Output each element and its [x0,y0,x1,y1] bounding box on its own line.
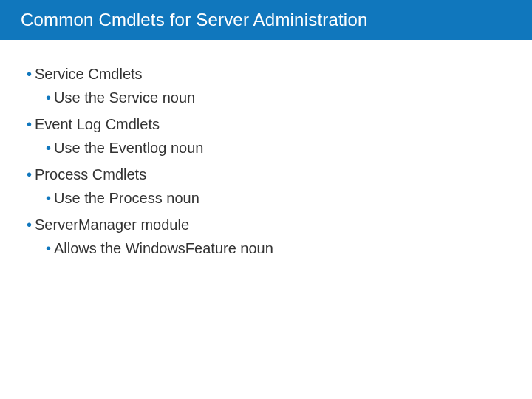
list-item-label: Process Cmdlets [35,164,146,185]
list-item-label: Service Cmdlets [35,64,143,84]
list-item: • ServerManager module [27,214,505,235]
bullet-icon: • [27,214,32,235]
list-item: • Service Cmdlets [27,64,505,84]
bullet-icon: • [46,238,51,259]
list-subitem: • Use the Process noun [46,188,505,208]
bullet-icon: • [27,64,32,84]
list-item-label: Event Log Cmdlets [35,114,160,134]
list-item: • Process Cmdlets [27,164,505,185]
title-bar: Common Cmdlets for Server Administration [0,0,532,40]
list-subitem: • Use the Eventlog noun [46,137,505,158]
bullet-icon: • [27,114,32,134]
bullet-icon: • [27,164,32,185]
slide-body: • Service Cmdlets • Use the Service noun… [0,40,532,285]
list-subitem: • Allows the WindowsFeature noun [46,238,505,259]
list-subitem-label: Allows the WindowsFeature noun [54,238,273,259]
list-item: • Event Log Cmdlets [27,114,505,134]
bullet-icon: • [46,188,51,208]
bullet-icon: • [46,137,51,158]
slide-title: Common Cmdlets for Server Administration [21,10,367,30]
list-subitem-label: Use the Eventlog noun [54,137,203,158]
list-subitem: • Use the Service noun [46,87,505,108]
bullet-icon: • [46,87,51,108]
list-subitem-label: Use the Service noun [54,87,195,108]
list-subitem-label: Use the Process noun [54,188,200,208]
list-item-label: ServerManager module [35,214,189,235]
